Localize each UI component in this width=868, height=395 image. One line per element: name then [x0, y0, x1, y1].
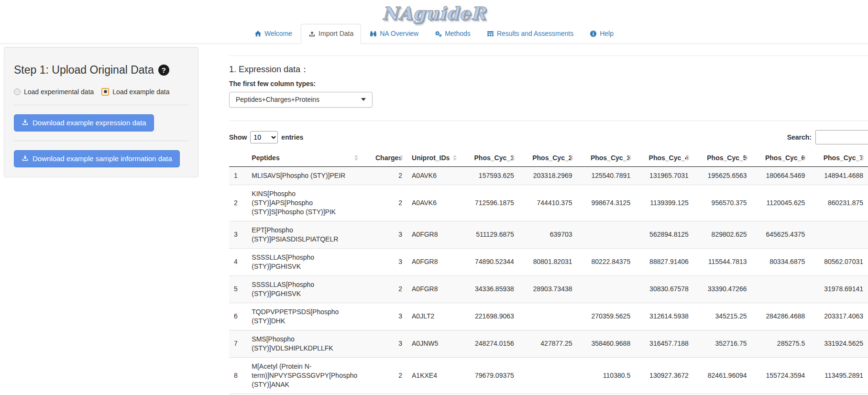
column-header-label: Phos_Cyc_5 [707, 154, 747, 162]
tab-methods[interactable]: Methods [427, 24, 478, 44]
peptide-cell: SSSSLLAS[Phospho (STY)]PGHISVK [247, 248, 362, 275]
tab-results-and-assessments[interactable]: Results and Assessments [479, 24, 581, 44]
value-cell: 30830.67578 [635, 275, 693, 303]
column-types-label: The first few column types: [229, 80, 868, 88]
radio-load-example-data[interactable]: Load example data [101, 88, 169, 96]
download-icon [22, 154, 29, 163]
value-cell: 125540.7891 [577, 166, 636, 185]
uniprot-cell: A0FGR8 [407, 248, 461, 275]
uniprot-cell: A0FGR8 [407, 221, 461, 248]
row-number: 2 [229, 185, 247, 221]
charge-cell: 3 [362, 248, 407, 275]
divider [229, 55, 868, 56]
column-header-uniprot_ids[interactable]: Uniprot_IDs [407, 149, 461, 167]
charge-cell: 3 [362, 330, 407, 357]
main-nav: WelcomeImport DataNA OverviewMethodsResu… [0, 24, 868, 44]
column-header-phos_cyc_5[interactable]: Phos_Cyc_5 [693, 149, 752, 167]
value-cell: 829802.625 [693, 221, 752, 248]
value-cell: 358460.9688 [577, 330, 636, 357]
value-cell: 562894.8125 [635, 221, 693, 248]
column-header-phos_cyc_7[interactable]: Phos_Cyc_7 [810, 149, 868, 167]
column-header-label: Uniprot_IDs [412, 154, 450, 162]
value-cell: 131965.7031 [635, 166, 693, 185]
tab-label: Import Data [319, 29, 353, 39]
tab-na-overview[interactable]: NA Overview [362, 24, 426, 44]
value-cell: 511129.6875 [461, 221, 519, 248]
dropdown-value: Peptides+Charges+Proteins [236, 96, 319, 103]
peptide-cell: EPT[Phospho (STY)]PSIASDISLPIATQELR [247, 221, 362, 248]
column-header-peptides[interactable]: Peptides [247, 149, 362, 167]
table-row: 6TQDPVPPETPSDS[Phospho (STY)]DHK3A0JLT22… [229, 303, 868, 330]
value-cell: 270359.5625 [577, 303, 636, 330]
data-source-radio-group: Load experimental dataLoad example data [14, 88, 188, 96]
tab-label: Results and Assessments [497, 29, 573, 39]
value-cell: 248274.0156 [461, 330, 519, 357]
row-number: 8 [229, 357, 247, 394]
uniprot-cell: A1KXE4 [407, 357, 461, 394]
divider [14, 141, 188, 141]
uniprot-cell: A0JLT2 [407, 303, 461, 330]
value-cell: 148941.4688 [810, 166, 868, 185]
search-input[interactable] [815, 130, 868, 144]
download-sample-info-button[interactable]: Download example sample information data [14, 150, 180, 167]
value-cell: 221698.9063 [461, 303, 519, 330]
home-icon [254, 30, 262, 37]
column-header-phos_cyc_3[interactable]: Phos_Cyc_3 [577, 149, 636, 167]
column-header-charges[interactable]: Charges [362, 149, 407, 167]
value-cell: 79679.09375 [461, 357, 519, 394]
question-circle-icon[interactable]: ? [158, 65, 169, 76]
divider [14, 105, 188, 105]
table-row: 4SSSSLLAS[Phospho (STY)]PGHISVK3A0FGR874… [229, 248, 868, 275]
value-cell: 115544.7813 [693, 248, 752, 275]
column-types-dropdown[interactable]: Peptides+Charges+Proteins [229, 92, 373, 108]
binoculars-icon [370, 30, 377, 37]
sort-icon [860, 155, 864, 161]
table-row: 5SSSSLLAS[Phospho (STY)]PGHISVK2A0FGR834… [229, 275, 868, 303]
value-cell: 113495.2891 [810, 357, 868, 394]
entries-select[interactable]: 10 [250, 131, 278, 143]
charge-cell: 2 [362, 166, 407, 185]
charge-cell: 2 [362, 357, 407, 394]
tab-help[interactable]: Help [582, 24, 621, 44]
column-header-rownum [229, 149, 247, 167]
value-cell: 284286.4688 [752, 303, 810, 330]
radio-unchecked-icon [14, 88, 21, 95]
button-label: Download example expression data [33, 119, 146, 127]
radio-load-experimental-data[interactable]: Load experimental data [14, 88, 94, 96]
download-expression-data-button[interactable]: Download example expression data [14, 114, 154, 132]
value-cell [810, 221, 868, 248]
column-header-phos_cyc_4[interactable]: Phos_Cyc_4 [635, 149, 693, 167]
charge-cell: 3 [362, 303, 407, 330]
value-cell: 285275.5 [752, 330, 810, 357]
value-cell: 744410.375 [519, 185, 577, 221]
main-panel: 1. Expression data： The first few column… [198, 44, 868, 395]
sort-icon [453, 155, 457, 161]
value-cell: 316457.7188 [635, 330, 693, 357]
column-header-phos_cyc_2[interactable]: Phos_Cyc_2 [519, 149, 577, 167]
entries-label: entries [281, 133, 303, 141]
radio-checked-icon [101, 88, 109, 96]
row-number: 7 [229, 330, 247, 357]
value-cell: 80801.82031 [519, 248, 577, 275]
value-cell: 331924.5625 [810, 330, 868, 357]
column-header-phos_cyc_6[interactable]: Phos_Cyc_6 [752, 149, 810, 167]
sort-icon [802, 155, 806, 161]
value-cell: 34336.85938 [461, 275, 519, 303]
column-header-phos_cyc_1[interactable]: Phos_Cyc_1 [461, 149, 519, 167]
button-label: Download example sample information data [33, 154, 172, 163]
sort-icon [354, 155, 358, 161]
uniprot-cell: A0AVK6 [407, 166, 461, 185]
charge-cell: 2 [362, 275, 407, 303]
table-row: 7SMS[Phospho (STY)]VDLSHIPLKDPLLFK3A0JNW… [229, 330, 868, 357]
sort-icon [399, 155, 403, 161]
peptide-cell: MLISAVS[Phospho (STY)]PEIR [247, 166, 362, 185]
tab-import-data[interactable]: Import Data [301, 24, 361, 44]
expression-data-table: PeptidesChargesUniprot_IDsPhos_Cyc_1Phos… [229, 149, 868, 394]
value-cell: 345215.25 [693, 303, 752, 330]
column-header-label: Phos_Cyc_1 [474, 154, 514, 162]
table-icon [487, 30, 494, 37]
table-row: 2KINS[Phospho (STY)]APS[Phospho (STY)]S[… [229, 185, 868, 221]
download-icon [22, 119, 29, 127]
tab-welcome[interactable]: Welcome [247, 24, 300, 44]
peptide-cell: M[Acetyl (Protein N-term)]NPVYSPGSSGVPY[… [247, 357, 362, 394]
